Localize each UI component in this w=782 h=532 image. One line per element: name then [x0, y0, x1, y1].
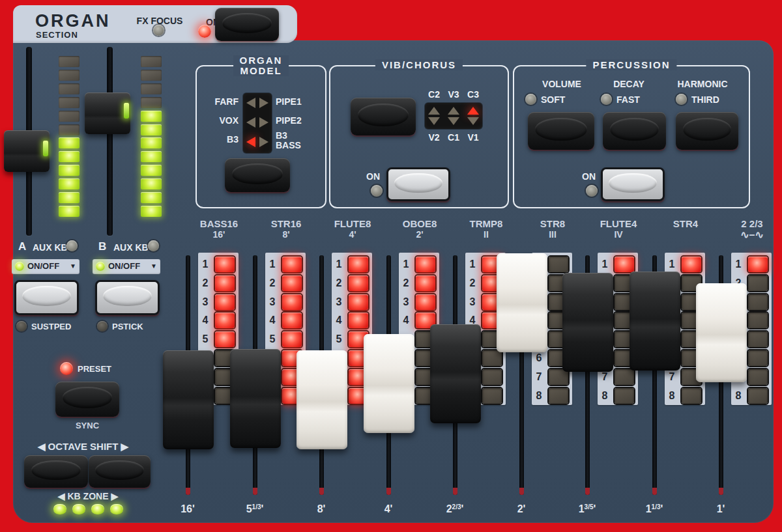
- button-face: [95, 460, 143, 481]
- drawbar-handle[interactable]: [364, 334, 414, 433]
- fx-focus-led[interactable]: [153, 25, 164, 36]
- drawbar-position-led: [615, 369, 634, 385]
- drawbar-handle[interactable]: [297, 350, 347, 449]
- organ-model-vox-label: VOX: [195, 115, 239, 126]
- drawbar-handle[interactable]: [430, 324, 481, 423]
- drawbar-position-led: [682, 388, 701, 404]
- drawbar-handle[interactable]: [163, 350, 214, 449]
- button-face: [394, 173, 442, 193]
- meter-segment: [59, 137, 80, 148]
- aux-b-onoff-label: ON/OFF: [108, 261, 140, 271]
- drawbar-footage-label: 8': [298, 503, 344, 515]
- fader-b-track[interactable]: [107, 47, 113, 236]
- drawbar-scale-number: 1: [598, 257, 612, 272]
- vib-chorus-select-button[interactable]: [351, 98, 416, 135]
- meter-segment: [59, 83, 80, 94]
- drawbar-position-led: [748, 313, 768, 328]
- meter-segment: [141, 206, 162, 217]
- meter-segment: [141, 111, 162, 122]
- aux-a-onoff-led: [15, 262, 24, 271]
- drawbar-label: FLUTE4IV: [579, 218, 658, 240]
- aux-a-dropdown-arrow[interactable]: ▼: [70, 262, 76, 270]
- kb-zone-led: [110, 504, 123, 514]
- drawbar-footage-label: 1': [698, 503, 744, 515]
- percussion-on-label: ON: [582, 171, 596, 182]
- drawbar-scale-number: 3: [198, 294, 212, 310]
- octave-shift-up-button[interactable]: [89, 455, 151, 488]
- octave-shift-down-button[interactable]: [24, 455, 88, 488]
- organ-model-led-pipe1: [259, 98, 268, 108]
- drawbar-handle[interactable]: [696, 283, 747, 382]
- drawbar-scale-number: 8: [665, 388, 679, 404]
- drawbar-scale-number: 1: [465, 257, 480, 272]
- button-face: [103, 286, 151, 307]
- percussion-harmonic-header: HARMONIC: [670, 79, 735, 89]
- meter-segment: [141, 137, 162, 148]
- meter-segment: [59, 151, 80, 162]
- fader-a-handle[interactable]: [4, 130, 50, 172]
- drawbar-position-led: [215, 294, 235, 310]
- drawbar-handle[interactable]: [562, 273, 613, 372]
- drawbar-scale-number: 3: [399, 294, 413, 310]
- drawbar-position-led: [748, 257, 768, 272]
- drawbar-footage-label: 4': [366, 503, 411, 515]
- aux-a-button[interactable]: [14, 280, 79, 315]
- aux-a-onoff-label: ON/OFF: [27, 261, 59, 271]
- button-face: [222, 13, 272, 33]
- vib-on-button[interactable]: [386, 167, 450, 201]
- drawbar-handle[interactable]: [230, 349, 281, 448]
- percussion-on-button[interactable]: [601, 167, 665, 201]
- aux-b-dropdown-arrow[interactable]: ▼: [151, 262, 157, 270]
- kb-zone-led: [91, 504, 104, 514]
- drawbar-handle[interactable]: [630, 272, 680, 371]
- fader-b-handle[interactable]: [85, 92, 130, 134]
- button-face: [683, 118, 732, 141]
- drawbar-position-led: [349, 275, 368, 291]
- fader-a-indicator: [43, 141, 48, 156]
- drawbar-scale-number: 6: [532, 350, 546, 366]
- drawbar-channel-str8: STR8III 12345678 2': [519, 218, 586, 531]
- button-face: [22, 286, 70, 307]
- vib-on-label: ON: [366, 171, 380, 182]
- organ-model-pipe2-label: PIPE2: [276, 115, 315, 126]
- drawbar-scale-number: 3: [332, 294, 346, 310]
- drawbar-footage-label: 13/5': [564, 503, 610, 515]
- organ-model-b3-label: B3: [195, 134, 239, 145]
- percussion-harmonic-button[interactable]: [676, 112, 738, 150]
- organ-model-button[interactable]: [225, 158, 290, 192]
- drawbar-scale-number: 2: [465, 275, 480, 291]
- drawbar-handle[interactable]: [497, 253, 547, 352]
- button-face: [232, 163, 283, 184]
- button-face: [535, 118, 587, 141]
- aux-b-button[interactable]: [95, 280, 160, 315]
- percussion-fast-led: [601, 94, 612, 105]
- aux-b-letter: B: [98, 240, 106, 253]
- drawbar-footage-label: 22/3': [432, 503, 478, 515]
- drawbar-position-led: [615, 388, 634, 404]
- organ-on-button[interactable]: [215, 8, 279, 41]
- organ-model-led-farf: [246, 98, 255, 108]
- organ-model-led-vox: [246, 117, 255, 128]
- drawbar-scale-number: 4: [265, 313, 280, 328]
- vib-label-v3: V3: [444, 89, 463, 100]
- vib-chorus-selector: [425, 103, 482, 129]
- drawbar-position-led: [482, 369, 502, 385]
- drawbar-scale-number: 4: [332, 313, 346, 328]
- drawbar-position-led: [748, 388, 768, 404]
- sync-button[interactable]: [55, 382, 119, 417]
- drawbar-position-led: [349, 257, 368, 272]
- vib-label-c1: C1: [444, 132, 463, 143]
- percussion-volume-button[interactable]: [528, 112, 594, 150]
- percussion-decay-button[interactable]: [603, 112, 666, 150]
- drawbar-position-led: [748, 350, 768, 366]
- aux-a-letter: A: [18, 240, 26, 253]
- button-face: [609, 173, 657, 193]
- meter-segment: [59, 70, 80, 81]
- drawbar-scale-number: 8: [731, 388, 746, 404]
- aux-a-onoff-strip: ON/OFF ▼: [12, 259, 80, 274]
- drawbar-scale-number: 2: [265, 275, 280, 291]
- drawbar-position-led: [349, 294, 368, 310]
- button-face: [63, 387, 112, 408]
- drawbar-position-led: [416, 294, 435, 310]
- drawbar-scale-number: 5: [332, 331, 346, 347]
